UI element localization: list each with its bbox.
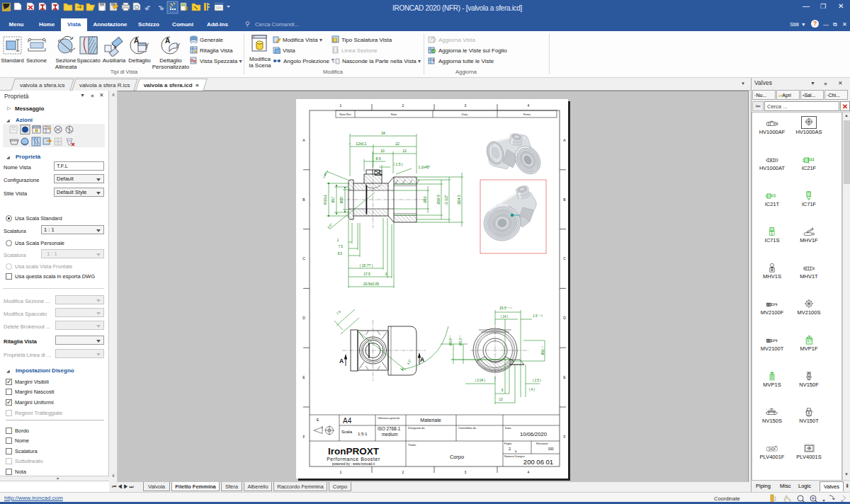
svg-text:Scala: Scala (341, 430, 353, 434)
svg-text:2: 2 (509, 447, 511, 451)
svg-text:Ø9.3⁺⁰: Ø9.3⁺⁰ (459, 336, 463, 345)
svg-text:Numero Disegno: Numero Disegno (504, 455, 525, 458)
svg-text:Ø15⁰: Ø15⁰ (340, 196, 344, 204)
svg-text:Revisione: Revisione (536, 442, 548, 445)
svg-text:10: 10 (380, 149, 385, 153)
svg-text:medium: medium (382, 432, 397, 437)
svg-text:Controllato da: Controllato da (458, 426, 477, 430)
svg-text:C: C (563, 256, 566, 260)
svg-text:D: D (563, 316, 566, 320)
svg-text:Data: Data (505, 426, 511, 430)
svg-text:1.5⁺⁰·²: 1.5⁺⁰·² (533, 314, 543, 318)
svg-text:F: F (302, 435, 305, 439)
svg-text:200 06 01: 200 06 01 (523, 458, 553, 466)
svg-text:8.5: 8.5 (338, 252, 343, 256)
svg-text:4.5°: 4.5° (407, 358, 412, 365)
svg-text:4: 4 (528, 103, 530, 108)
svg-text:Corpo: Corpo (450, 454, 464, 460)
svg-text:Foglio: Foglio (504, 442, 511, 445)
svg-text:Note: Note (391, 113, 397, 116)
svg-text:Titolo:: Titolo: (408, 443, 416, 447)
svg-text:B: B (563, 197, 566, 202)
svg-text:C: C (302, 256, 305, 260)
svg-text:22: 22 (395, 142, 400, 146)
svg-text:1.5:1: 1.5:1 (358, 432, 368, 436)
svg-text:20.5±0.05: 20.5±0.05 (363, 282, 379, 286)
svg-text:¶: ¶ (332, 57, 334, 64)
svg-text:2: 2 (402, 470, 404, 474)
svg-text:15.5⁺⁰·⁵: 15.5⁺⁰·⁵ (499, 306, 512, 310)
svg-text:F: F (563, 435, 565, 439)
svg-text:3: 3 (465, 103, 467, 108)
svg-text:( 2.04 ): ( 2.04 ) (475, 379, 486, 382)
svg-text:3: 3 (385, 272, 387, 276)
svg-text:( 1.5 ): ( 1.5 ) (393, 162, 402, 166)
svg-text:10/06/2020: 10/06/2020 (520, 431, 547, 437)
svg-text:4: 4 (528, 470, 530, 474)
svg-text:Performance Booster: Performance Booster (327, 457, 380, 462)
svg-text:Materiale: Materiale (420, 417, 441, 423)
svg-text:Ø18.9: Ø18.9 (436, 195, 441, 205)
svg-text:A: A (165, 37, 170, 45)
svg-text:13: 13 (499, 398, 503, 401)
svg-text:E: E (302, 375, 305, 379)
svg-text:000: 000 (548, 447, 554, 451)
svg-text:Firma: Firma (523, 113, 531, 116)
svg-text:A: A (339, 357, 344, 365)
svg-text:Disegnato da: Disegnato da (408, 426, 425, 430)
svg-text:A: A (302, 138, 305, 142)
svg-text:Data: Data (462, 113, 468, 116)
svg-text:IronPROXT: IronPROXT (328, 446, 380, 457)
svg-text:( 2.5 ): ( 2.5 ) (533, 379, 541, 382)
svg-text:E: E (563, 375, 566, 379)
svg-text:0.5°: 0.5° (327, 222, 333, 229)
svg-text:Tolleranza generale: Tolleranza generale (378, 417, 400, 420)
svg-text:1: 1 (340, 103, 342, 108)
svg-text:B: B (302, 197, 305, 202)
svg-text:powered by - www.ironcad.it: powered by - www.ironcad.it (332, 462, 375, 466)
svg-text:G 1/2": G 1/2" (444, 195, 448, 205)
svg-text:1: 1 (337, 239, 339, 242)
svg-text:1.2x45°: 1.2x45° (418, 165, 430, 169)
svg-text:1: 1 (340, 470, 342, 474)
svg-text:( 15.77 ): ( 15.77 ) (360, 263, 373, 268)
svg-text:E: E (317, 418, 319, 422)
svg-text:6: 6 (515, 449, 517, 453)
svg-text:Ø24.5: Ø24.5 (457, 195, 461, 205)
svg-text:2: 2 (402, 103, 404, 108)
svg-text:A4: A4 (343, 417, 352, 425)
svg-text:8.5: 8.5 (376, 156, 381, 161)
svg-text:3: 3 (465, 470, 467, 474)
svg-text:( 14 ): ( 14 ) (501, 315, 509, 319)
svg-text:M16x1: M16x1 (324, 195, 327, 205)
svg-text:Ø11⁻⁰: Ø11⁻⁰ (541, 346, 545, 355)
svg-text:ISO 2768-1: ISO 2768-1 (378, 426, 401, 431)
svg-text:( 4 ): ( 4 ) (529, 388, 536, 391)
svg-text:34: 34 (381, 131, 385, 135)
svg-text:17.5: 17.5 (363, 272, 370, 276)
svg-text:D: D (302, 316, 305, 320)
svg-text:7.8: 7.8 (336, 310, 341, 316)
svg-text:Ø17: Ø17 (332, 196, 335, 202)
svg-text:Ø10: Ø10 (423, 196, 427, 203)
svg-text:7.5: 7.5 (339, 245, 344, 248)
svg-text:9: 9 (502, 389, 504, 392)
svg-text:A: A (563, 138, 566, 142)
svg-text:Num.Rev: Num.Rev (339, 113, 351, 116)
svg-text:12±0.1: 12±0.1 (356, 142, 366, 146)
svg-text:Ø9.8⁺⁰: Ø9.8⁺⁰ (449, 336, 453, 345)
svg-text:12: 12 (402, 149, 407, 153)
